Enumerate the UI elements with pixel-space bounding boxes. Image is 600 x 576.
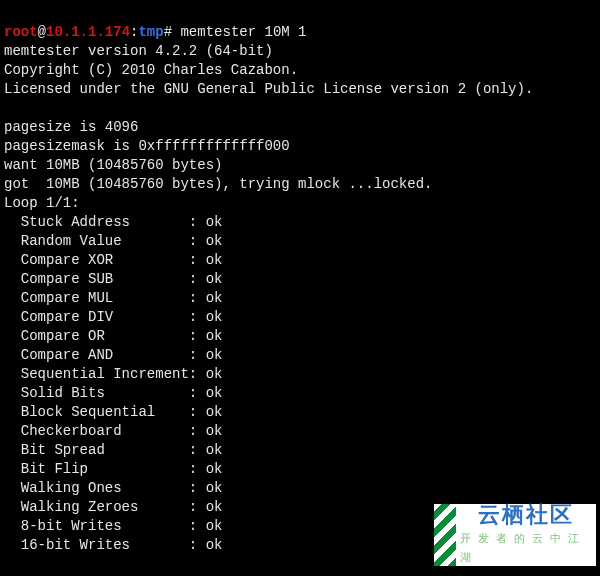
test-row: Compare SUB : ok bbox=[4, 270, 596, 289]
prompt-line: root@10.1.1.174:tmp# memtester 10M 1 bbox=[4, 24, 307, 40]
test-row: Compare XOR : ok bbox=[4, 251, 596, 270]
test-row: Compare OR : ok bbox=[4, 327, 596, 346]
prompt-cwd: tmp bbox=[138, 24, 163, 40]
test-row: Walking Ones : ok bbox=[4, 479, 596, 498]
test-row: Checkerboard : ok bbox=[4, 422, 596, 441]
watermark-subtitle: 开 发 者 的 云 中 江 湖 bbox=[460, 529, 592, 567]
prompt-command: memtester 10M 1 bbox=[180, 24, 306, 40]
test-row: Compare MUL : ok bbox=[4, 289, 596, 308]
header-version: memtester version 4.2.2 (64-bit) bbox=[4, 43, 273, 59]
prompt-user: root bbox=[4, 24, 38, 40]
info-pagesizemask: pagesizemask is 0xfffffffffffff000 bbox=[4, 138, 290, 154]
test-row: Block Sequential : ok bbox=[4, 403, 596, 422]
watermark-stripes-icon bbox=[434, 504, 456, 566]
test-row: Sequential Increment: ok bbox=[4, 365, 596, 384]
info-pagesize: pagesize is 4096 bbox=[4, 119, 138, 135]
test-row: Bit Flip : ok bbox=[4, 460, 596, 479]
watermark-title: 云栖社区 bbox=[478, 504, 574, 526]
loop-label: Loop 1/1: bbox=[4, 195, 80, 211]
terminal[interactable]: root@10.1.1.174:tmp# memtester 10M 1 mem… bbox=[0, 0, 600, 576]
test-row: Bit Spread : ok bbox=[4, 441, 596, 460]
info-got: got 10MB (10485760 bytes), trying mlock … bbox=[4, 176, 432, 192]
watermark: 云栖社区 开 发 者 的 云 中 江 湖 bbox=[456, 504, 596, 566]
prompt-hash: # bbox=[164, 24, 181, 40]
header-copyright: Copyright (C) 2010 Charles Cazabon. bbox=[4, 62, 298, 78]
test-row: Random Value : ok bbox=[4, 232, 596, 251]
prompt-at: @ bbox=[38, 24, 46, 40]
test-row: Compare AND : ok bbox=[4, 346, 596, 365]
prompt-host: 10.1.1.174 bbox=[46, 24, 130, 40]
info-want: want 10MB (10485760 bytes) bbox=[4, 157, 222, 173]
test-row: Solid Bits : ok bbox=[4, 384, 596, 403]
test-row: Compare DIV : ok bbox=[4, 308, 596, 327]
header-license: Licensed under the GNU General Public Li… bbox=[4, 81, 533, 97]
test-row: Stuck Address : ok bbox=[4, 213, 596, 232]
